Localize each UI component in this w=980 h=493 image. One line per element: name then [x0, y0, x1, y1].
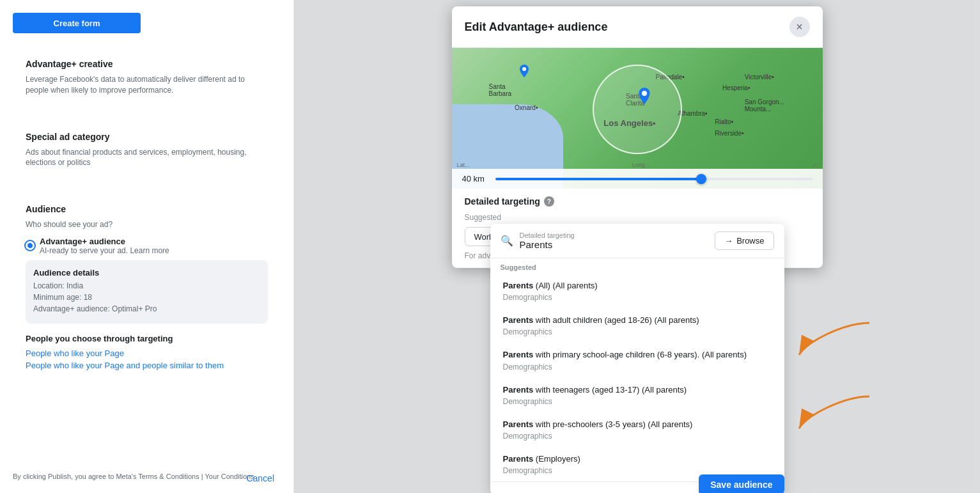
people-title: People you choose through targeting [26, 334, 268, 343]
special-ad-title: Special ad category [26, 132, 268, 142]
result-subtitle-parents-adult: Demographics [503, 327, 772, 336]
browse-label: Browse [736, 236, 764, 246]
result-item-parents-all[interactable]: Parents (All) (All parents) Demographics [493, 274, 782, 308]
slider-thumb [696, 174, 706, 184]
save-audience-row: Save audience [490, 481, 784, 493]
audience-option-sub: AI-ready to serve your ad. Learn more [40, 246, 169, 255]
people-section: People you choose through targeting Peop… [26, 334, 268, 370]
city-hesperia: Hesperia• [722, 84, 751, 91]
min-age-detail: Minimum age: 18 [33, 293, 260, 302]
audience-details-title: Audience details [33, 268, 260, 278]
location-pin-small-icon [518, 65, 530, 79]
result-title-parents-primary: Parents with primary school-age children… [503, 349, 772, 361]
result-title-parents-preschoolers: Parents with pre-schoolers (3-5 years) (… [503, 419, 772, 430]
main-modal-header: Edit Advantage+ audience × [452, 6, 823, 48]
result-item-parents-primary[interactable]: Parents with primary school-age children… [493, 343, 782, 377]
result-title-parents-adult: Parents with adult children (aged 18-26)… [503, 315, 772, 326]
result-title-parents-teenagers: Parents with teenagers (aged 13-17) (All… [503, 384, 772, 396]
arrow-to-preschoolers [793, 390, 876, 435]
people-option-1[interactable]: People who like your Page [26, 348, 268, 358]
result-subtitle-parents-primary: Demographics [503, 363, 772, 372]
advantage-creative-desc: Leverage Facebook's data to automaticall… [26, 74, 268, 96]
city-san-bern: San Gorgon...Mounta... [745, 98, 784, 113]
targeting-label: Detailed targeting ? [465, 196, 810, 207]
city-riverside: Riverside• [715, 130, 743, 137]
svg-point-0 [522, 67, 526, 71]
result-subtitle-parents-all: Demographics [503, 293, 772, 302]
search-input[interactable]: Detailed targeting Parents [520, 231, 709, 250]
location-pin-main-icon [637, 88, 651, 106]
browse-arrow-icon: → [724, 236, 733, 246]
lat-label: Lat... [457, 162, 470, 168]
city-alhambra: Alhambra• [678, 110, 707, 117]
main-modal-title: Edit Advantage+ audience [465, 20, 608, 34]
footer-text: By clicking Publish, you agree to Meta's… [13, 473, 281, 480]
cancel-button[interactable]: Cancel [246, 473, 274, 483]
close-button[interactable]: × [789, 17, 810, 37]
results-list: Suggested Parents (All) (All parents) De… [490, 258, 784, 481]
radio-advantage-audience[interactable] [26, 241, 35, 250]
search-dropdown: 🔍 Detailed targeting Parents → Browse Su… [490, 224, 784, 493]
advantage-detail: Advantage+ audience: Optimal+ Pro [33, 304, 260, 313]
map-circle [593, 65, 682, 154]
map-container: Palmdale• Victorville• SantaBarbara Hesp… [452, 48, 823, 189]
distance-slider[interactable] [495, 178, 813, 180]
arrow-to-primary [793, 317, 876, 361]
long-label: Long... [632, 162, 650, 168]
search-icon: 🔍 [501, 235, 513, 247]
expand-map-icon[interactable]: ⤢ [812, 162, 817, 168]
map-pin-main [637, 88, 651, 108]
city-victorville: Victorville• [745, 74, 774, 81]
search-placeholder: Detailed targeting [520, 231, 709, 239]
left-panel: Create form Advantage+ creative Leverage… [0, 0, 294, 493]
browse-button[interactable]: → Browse [715, 231, 774, 250]
audience-option-row: Advantage+ audience AI-ready to serve yo… [26, 237, 268, 255]
special-ad-desc: Ads about financial products and service… [26, 147, 268, 169]
slider-container: 40 km [452, 169, 823, 189]
audience-subtitle: Who should see your ad? [26, 219, 268, 230]
map-pin-small [518, 65, 530, 81]
search-value: Parents [520, 239, 709, 250]
location-detail: Location: India [33, 281, 260, 290]
special-ad-category-section: Special ad category Ads about financial … [13, 119, 281, 182]
result-subtitle-parents-employers: Demographics [503, 466, 772, 475]
city-santa-barbara: SantaBarbara [489, 83, 512, 97]
search-header: 🔍 Detailed targeting Parents → Browse [490, 224, 784, 258]
people-option-2[interactable]: People who like your Page and people sim… [26, 361, 268, 370]
audience-option-label: Advantage+ audience [40, 237, 169, 246]
result-subtitle-parents-teenagers: Demographics [503, 397, 772, 406]
targeting-info-icon[interactable]: ? [544, 196, 554, 207]
advantage-creative-section: Advantage+ creative Leverage Facebook's … [13, 46, 281, 109]
audience-title: Audience [26, 204, 268, 214]
suggested-label: Suggested [465, 213, 810, 222]
modal-backdrop: Edit Advantage+ audience × Palmdale• Vic… [294, 0, 980, 493]
audience-details-box: Audience details Location: India Minimum… [26, 260, 268, 324]
city-rialto: Rialto• [715, 118, 733, 125]
result-item-parents-preschoolers[interactable]: Parents with pre-schoolers (3-5 years) (… [493, 412, 782, 447]
map-bottom-bar: Lat... Long... ⤢ [452, 162, 823, 168]
advantage-creative-title: Advantage+ creative [26, 59, 268, 69]
slider-fill [495, 178, 701, 180]
result-subtitle-parents-preschoolers: Demographics [503, 432, 772, 441]
result-title-parents-all: Parents (All) (All parents) [503, 280, 772, 292]
city-oxnard: Oxnard• [515, 104, 538, 111]
svg-point-1 [642, 91, 647, 96]
save-audience-button[interactable]: Save audience [699, 474, 784, 493]
result-item-parents-teenagers[interactable]: Parents with teenagers (aged 13-17) (All… [493, 378, 782, 412]
result-title-parents-employers: Parents (Employers) [503, 453, 772, 465]
create-form-button[interactable]: Create form [13, 13, 141, 33]
results-group-header: Suggested [490, 258, 784, 274]
audience-section: Audience Who should see your ad? Advanta… [13, 191, 281, 386]
result-item-parents-adult[interactable]: Parents with adult children (aged 18-26)… [493, 308, 782, 343]
distance-label: 40 km [462, 174, 488, 184]
